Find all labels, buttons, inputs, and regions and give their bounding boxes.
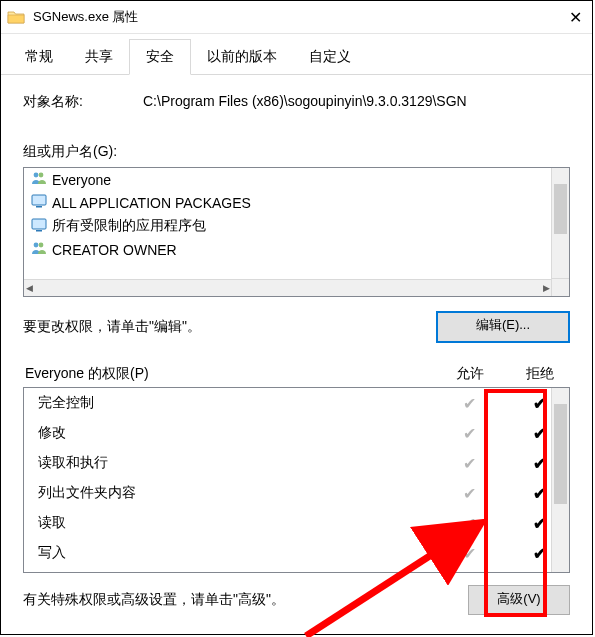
svg-point-1 bbox=[39, 173, 44, 178]
perm-row-fullcontrol: 完全控制 ✔ ✔ bbox=[24, 388, 569, 418]
perm-row-read: 读取 ✔ ✔ bbox=[24, 508, 569, 538]
advanced-hint: 有关特殊权限或高级设置，请单击"高级"。 bbox=[23, 591, 468, 609]
perm-allow-check: ✔ bbox=[429, 394, 509, 413]
group-item-label: ALL APPLICATION PACKAGES bbox=[52, 195, 251, 211]
perm-allow-check: ✔ bbox=[429, 454, 509, 473]
window-titlebar: SGNews.exe 属性 ✕ bbox=[1, 1, 592, 34]
svg-point-0 bbox=[34, 173, 39, 178]
close-icon[interactable]: ✕ bbox=[561, 8, 590, 27]
tab-security[interactable]: 安全 bbox=[129, 39, 191, 75]
groups-label: 组或用户名(G): bbox=[23, 143, 570, 161]
scroll-corner bbox=[551, 278, 569, 296]
perm-allow-check: ✔ bbox=[429, 514, 509, 533]
perm-header-allow: 允许 bbox=[430, 365, 510, 383]
group-list-scrollbar-v[interactable] bbox=[551, 168, 569, 279]
group-item-label: Everyone bbox=[52, 172, 111, 188]
window-title: SGNews.exe 属性 bbox=[33, 8, 561, 26]
svg-rect-4 bbox=[32, 219, 46, 229]
perm-name: 读取 bbox=[38, 514, 429, 532]
tab-custom[interactable]: 自定义 bbox=[293, 40, 367, 74]
edit-hint: 要更改权限，请单击"编辑"。 bbox=[23, 318, 436, 336]
perm-name: 完全控制 bbox=[38, 394, 429, 412]
object-path: C:\Program Files (x86)\sogoupinyin\9.3.0… bbox=[143, 93, 570, 111]
perm-name: 列出文件夹内容 bbox=[38, 484, 429, 502]
tab-strip: 常规 共享 安全 以前的版本 自定义 bbox=[1, 34, 592, 75]
edit-button[interactable]: 编辑(E)... bbox=[436, 311, 570, 343]
svg-point-7 bbox=[39, 243, 44, 248]
group-list-scrollbar-h[interactable]: ◀ ▶ bbox=[24, 279, 552, 296]
tab-previous[interactable]: 以前的版本 bbox=[191, 40, 293, 74]
group-list[interactable]: Everyone ALL APPLICATION PACKAGES bbox=[23, 167, 570, 297]
perm-header: Everyone 的权限(P) 允许 拒绝 bbox=[23, 365, 570, 387]
folder-icon bbox=[7, 10, 25, 24]
tab-sharing[interactable]: 共享 bbox=[69, 40, 129, 74]
perm-allow-check: ✔ bbox=[429, 484, 509, 503]
perm-name: 写入 bbox=[38, 544, 429, 562]
monitor-icon bbox=[30, 218, 48, 235]
svg-point-6 bbox=[34, 243, 39, 248]
chevron-right-icon[interactable]: ▶ bbox=[543, 283, 550, 293]
scrollbar-thumb[interactable] bbox=[554, 184, 567, 234]
svg-rect-3 bbox=[36, 206, 42, 208]
perm-header-name: Everyone 的权限(P) bbox=[23, 365, 430, 383]
perm-row-listfolder: 列出文件夹内容 ✔ ✔ bbox=[24, 478, 569, 508]
object-label: 对象名称: bbox=[23, 93, 143, 111]
scrollbar-thumb[interactable] bbox=[554, 404, 567, 504]
group-item-everyone[interactable]: Everyone bbox=[24, 168, 569, 191]
svg-rect-2 bbox=[32, 195, 46, 205]
group-item-label: 所有受限制的应用程序包 bbox=[52, 217, 206, 235]
group-item-allpkg[interactable]: ALL APPLICATION PACKAGES bbox=[24, 191, 569, 214]
perm-list: 完全控制 ✔ ✔ 修改 ✔ ✔ 读取和执行 ✔ ✔ 列出文件夹内容 ✔ bbox=[23, 387, 570, 573]
monitor-icon bbox=[30, 194, 48, 211]
perm-header-deny: 拒绝 bbox=[510, 365, 570, 383]
group-item-creatorowner[interactable]: CREATOR OWNER bbox=[24, 238, 569, 261]
perm-row-write: 写入 ✔ ✔ bbox=[24, 538, 569, 568]
perm-row-modify: 修改 ✔ ✔ bbox=[24, 418, 569, 448]
perm-row-readexec: 读取和执行 ✔ ✔ bbox=[24, 448, 569, 478]
group-item-restrictedpkg[interactable]: 所有受限制的应用程序包 bbox=[24, 214, 569, 238]
perm-name: 修改 bbox=[38, 424, 429, 442]
perm-allow-check: ✔ bbox=[429, 544, 509, 563]
perm-list-scrollbar[interactable] bbox=[551, 388, 569, 572]
perm-allow-check: ✔ bbox=[429, 424, 509, 443]
tab-general[interactable]: 常规 bbox=[9, 40, 69, 74]
chevron-left-icon[interactable]: ◀ bbox=[26, 283, 33, 293]
people-icon bbox=[30, 171, 48, 188]
advanced-button[interactable]: 高级(V) bbox=[468, 585, 570, 615]
people-icon bbox=[30, 241, 48, 258]
perm-name: 读取和执行 bbox=[38, 454, 429, 472]
group-item-label: CREATOR OWNER bbox=[52, 242, 177, 258]
svg-rect-5 bbox=[36, 230, 42, 232]
object-row: 对象名称: C:\Program Files (x86)\sogoupinyin… bbox=[23, 93, 570, 111]
